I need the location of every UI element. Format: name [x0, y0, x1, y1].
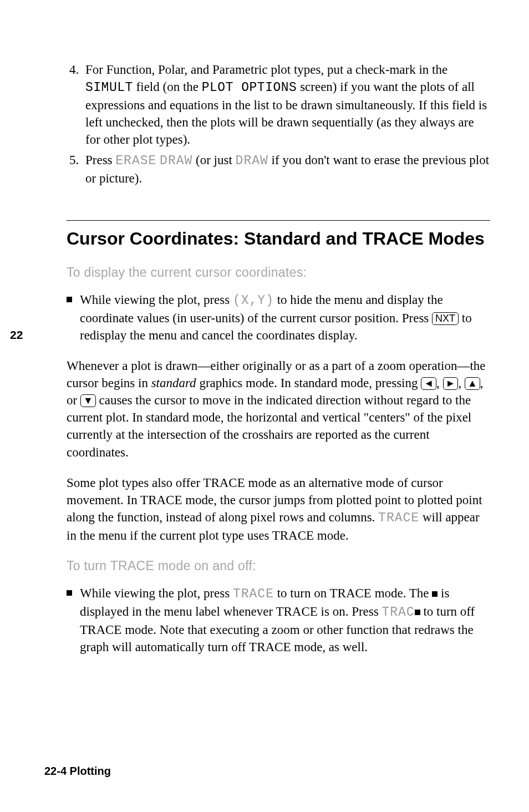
step-4: For Function, Polar, and Parametric plot… — [82, 61, 490, 148]
xy-softkey: (X,Y) — [233, 293, 274, 308]
text: field (on the — [133, 80, 202, 94]
page-footer: 22-4 Plotting — [44, 764, 111, 779]
bullet-list: While viewing the plot, press TRACE to t… — [67, 585, 490, 656]
draw-softkey: DRAW — [236, 154, 268, 168]
text: causes the cursor to move in the indicat… — [67, 393, 471, 459]
right-arrow-key: ► — [443, 377, 459, 390]
simult-field: SIMULT — [85, 80, 133, 95]
step-5: Press ERASE DRAW (or just DRAW if you do… — [82, 151, 490, 187]
text: graphics mode. In standard mode, pressin… — [196, 376, 421, 390]
draw-softkey: DRAW — [160, 154, 192, 168]
trace-indicator-icon — [432, 591, 438, 597]
page: 22 For Function, Polar, and Parametric p… — [0, 0, 529, 812]
section-rule — [67, 220, 490, 221]
plot-options-screen: PLOT OPTIONS — [202, 80, 297, 95]
trac-softkey: TRAC — [382, 605, 414, 620]
text: While viewing the plot, press — [80, 586, 233, 600]
trace-softkey: TRACE — [378, 511, 419, 525]
bullet-list: While viewing the plot, press (X,Y) to h… — [67, 291, 490, 344]
up-arrow-key: ▲ — [465, 377, 480, 390]
subheading-trace-toggle: To turn TRACE mode on and off: — [67, 557, 490, 575]
list-item: While viewing the plot, press TRACE to t… — [67, 585, 490, 656]
nxt-key: NXT — [432, 312, 459, 325]
text: to turn on TRACE mode. The — [274, 586, 432, 600]
erase-softkey: ERASE — [115, 154, 156, 168]
left-arrow-key: ◄ — [421, 377, 436, 390]
numbered-steps: For Function, Polar, and Parametric plot… — [67, 61, 490, 187]
text: (or just — [192, 153, 235, 167]
trace-softkey: TRACE — [233, 587, 274, 601]
text: Press — [85, 153, 115, 167]
down-arrow-key: ▼ — [80, 394, 96, 407]
list-item: While viewing the plot, press (X,Y) to h… — [67, 291, 490, 344]
standard-emphasis: standard — [151, 376, 196, 390]
trace-indicator-icon — [415, 610, 420, 615]
section-heading: Cursor Coordinates: Standard and TRACE M… — [67, 229, 490, 250]
side-chapter-tab: 22 — [10, 327, 23, 343]
text: While viewing the plot, press — [80, 293, 233, 307]
paragraph-standard-mode: Whenever a plot is drawn—either original… — [67, 357, 490, 460]
text: For Function, Polar, and Parametric plot… — [85, 63, 447, 77]
subheading-display-coords: To display the current cursor coordinate… — [67, 264, 490, 281]
paragraph-trace-mode: Some plot types also offer TRACE mode as… — [67, 474, 490, 544]
